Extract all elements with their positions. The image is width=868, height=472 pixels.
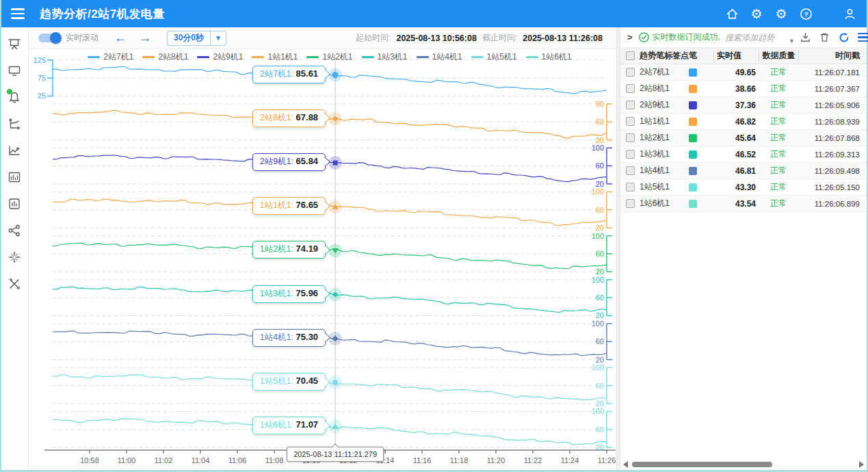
row-value: 43.54 bbox=[713, 199, 759, 209]
step-back-button[interactable]: ← bbox=[108, 31, 133, 45]
tooltip-value: 67.88 bbox=[296, 112, 319, 122]
tooltip-value: 71.07 bbox=[296, 419, 319, 430]
legend-item[interactable]: 1站1机1 bbox=[252, 51, 298, 63]
row-timestamp: 11:26:05.150 bbox=[798, 183, 867, 192]
trend-table: 趋势笔标签点 笔 实时值 数据质量 时间戳 2站7机149.65正常11:26:… bbox=[620, 48, 867, 459]
legend-label: 2站8机1 bbox=[158, 51, 188, 63]
home-icon[interactable] bbox=[724, 6, 739, 21]
row-checkbox[interactable] bbox=[626, 166, 635, 175]
legend-item[interactable]: 1站2机1 bbox=[306, 51, 352, 63]
row-checkbox[interactable] bbox=[626, 101, 635, 109]
svg-text:11:04: 11:04 bbox=[192, 456, 210, 464]
legend-label: 2站7机1 bbox=[103, 51, 133, 63]
refresh-icon[interactable] bbox=[838, 31, 850, 44]
legend-color-dash bbox=[526, 56, 538, 58]
row-checkbox[interactable] bbox=[626, 133, 635, 142]
config-gear-icon[interactable]: ⚙ bbox=[774, 6, 789, 21]
pen-color-swatch bbox=[689, 183, 697, 192]
scroll-right-arrow[interactable] bbox=[859, 461, 864, 468]
left-icon-sidebar bbox=[1, 27, 29, 470]
value-tooltip: 2站9机1: 65.84 bbox=[252, 153, 326, 171]
chevron-down-icon[interactable]: ▼ bbox=[789, 38, 795, 47]
row-quality: 正常 bbox=[759, 148, 798, 160]
row-checkbox[interactable] bbox=[626, 117, 635, 126]
histogram-icon[interactable] bbox=[8, 170, 23, 185]
svg-text:60: 60 bbox=[596, 293, 604, 302]
settings-gear-icon[interactable]: ⚙ bbox=[749, 6, 764, 21]
tooltip-value: 75.30 bbox=[296, 332, 319, 342]
bar-chart-icon[interactable] bbox=[8, 197, 23, 212]
row-checkbox[interactable] bbox=[626, 84, 635, 93]
select-all-checkbox[interactable] bbox=[626, 51, 635, 60]
menu-icon[interactable] bbox=[11, 8, 25, 19]
svg-text:11:26: 11:26 bbox=[598, 456, 616, 464]
share-icon[interactable] bbox=[8, 224, 23, 239]
table-row[interactable]: 1站5机143.30正常11:26:05.150 bbox=[620, 179, 867, 196]
legend-label: 2站9机1 bbox=[213, 51, 243, 63]
scrollbar-thumb[interactable] bbox=[632, 462, 772, 467]
step-forward-button[interactable]: → bbox=[133, 31, 157, 45]
legend-item[interactable]: 1站6机1 bbox=[526, 51, 572, 63]
row-checkbox[interactable] bbox=[626, 68, 635, 77]
chevron-down-icon[interactable]: ▼ bbox=[210, 31, 226, 45]
table-row[interactable]: 1站3机146.52正常11:26:09.313 bbox=[620, 146, 867, 163]
row-timestamp: 11:26:08.939 bbox=[798, 118, 867, 126]
help-icon[interactable]: ? bbox=[798, 6, 813, 21]
tooltip-series-label: 1站6机1: bbox=[260, 420, 296, 430]
svg-text:75: 75 bbox=[38, 74, 46, 82]
tooltip-value: 70.45 bbox=[296, 376, 319, 386]
legend-item[interactable]: 2站7机1 bbox=[88, 51, 133, 63]
presentation-board-icon[interactable] bbox=[8, 37, 23, 52]
svg-text:11:08: 11:08 bbox=[265, 456, 284, 464]
table-row[interactable]: 1站4机146.81正常11:26:09.498 bbox=[620, 163, 867, 179]
app-window: 趋势分析/2站7机发电量 ⚙ ⚙ ? bbox=[0, 0, 868, 472]
monitor-icon[interactable] bbox=[8, 64, 23, 79]
delete-trash-icon[interactable] bbox=[819, 31, 830, 43]
table-row[interactable]: 1站6机143.54正常11:26:06.899 bbox=[620, 196, 867, 212]
data-panel-toolbar: > 实时数据订阅成功, ▼ bbox=[620, 27, 867, 48]
table-row[interactable]: 2站8机138.66正常11:26:07.367 bbox=[620, 81, 867, 97]
axis-curve-icon[interactable] bbox=[8, 117, 23, 132]
legend-item[interactable]: 1站3机1 bbox=[362, 51, 408, 63]
tools-icon[interactable] bbox=[8, 277, 23, 292]
pen-color-swatch bbox=[689, 167, 697, 175]
svg-text:100: 100 bbox=[592, 144, 604, 152]
center-target-icon[interactable] bbox=[8, 250, 23, 265]
legend-color-dash bbox=[306, 56, 319, 58]
alarm-bell-icon[interactable] bbox=[8, 90, 23, 105]
scrollbar-track[interactable] bbox=[631, 462, 856, 467]
table-row[interactable]: 1站2机145.64正常11:26:07.868 bbox=[620, 130, 867, 146]
trend-chart-icon[interactable] bbox=[8, 144, 23, 159]
collapse-panel-icon[interactable]: > bbox=[626, 32, 634, 42]
scroll-left-arrow[interactable] bbox=[623, 461, 628, 468]
row-quality: 正常 bbox=[759, 132, 798, 144]
legend-item[interactable]: 2站8机1 bbox=[142, 51, 188, 63]
table-row[interactable]: 2站7机149.65正常11:26:07.181 bbox=[620, 64, 867, 81]
alarm-active-dot bbox=[7, 89, 12, 94]
interval-select[interactable]: 30分0秒 ▼ bbox=[167, 31, 226, 46]
user-icon[interactable] bbox=[842, 6, 857, 21]
row-value: 46.82 bbox=[713, 117, 759, 127]
col-header-quality: 数据质量 bbox=[759, 50, 798, 62]
realtime-scroll-toggle[interactable] bbox=[38, 34, 60, 42]
row-timestamp: 11:26:05.906 bbox=[798, 101, 867, 109]
table-row[interactable]: 1站1机146.82正常11:26:08.939 bbox=[620, 114, 867, 130]
panel-menu-icon[interactable] bbox=[858, 33, 868, 42]
row-quality: 正常 bbox=[759, 99, 798, 111]
svg-text:60: 60 bbox=[596, 250, 604, 258]
legend-item[interactable]: 1站4机1 bbox=[417, 51, 462, 63]
row-checkbox[interactable] bbox=[626, 150, 635, 159]
legend-item[interactable]: 1站5机1 bbox=[471, 51, 517, 63]
row-checkbox[interactable] bbox=[626, 199, 635, 208]
svg-text:30: 30 bbox=[596, 136, 604, 144]
svg-text:20: 20 bbox=[596, 180, 604, 188]
search-add-trend-input[interactable] bbox=[725, 33, 784, 42]
series-line bbox=[53, 66, 607, 93]
trend-chart[interactable]: 2站7机12站8机12站9机11站1机11站2机11站3机11站4机11站5机1… bbox=[29, 49, 616, 470]
row-checkbox[interactable] bbox=[626, 183, 635, 192]
legend-color-dash bbox=[88, 56, 100, 58]
download-icon[interactable] bbox=[800, 31, 811, 43]
table-row[interactable]: 2站9机137.36正常11:26:05.906 bbox=[620, 97, 867, 114]
svg-text:100: 100 bbox=[592, 276, 604, 284]
legend-item[interactable]: 2站9机1 bbox=[197, 51, 243, 63]
